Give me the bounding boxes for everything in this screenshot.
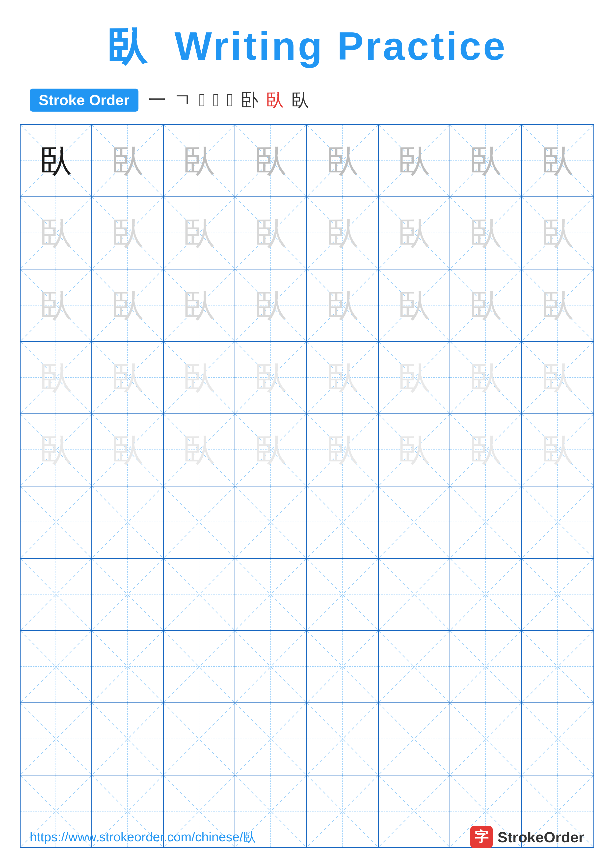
grid-cell[interactable]: 臥 [164,270,235,341]
grid-cell[interactable] [307,631,379,702]
grid-cell[interactable] [20,703,92,775]
grid-cell[interactable]: 臥 [307,414,379,486]
title-chinese-char: 臥 [107,24,148,68]
grid-cell[interactable] [450,559,522,630]
cell-character: 臥 [164,342,235,413]
grid-cell[interactable]: 臥 [235,125,307,197]
cell-character: 臥 [307,197,378,269]
grid-row[interactable]: 臥 臥 臥 臥 臥 臥 臥 臥 [20,270,594,342]
grid-cell[interactable]: 臥 [92,270,164,341]
logo-char: 字 [474,828,488,846]
grid-cell[interactable] [522,487,594,558]
grid-cell[interactable] [235,631,307,702]
grid-cell[interactable] [92,559,164,630]
grid-cell[interactable] [92,703,164,775]
grid-cell[interactable] [20,487,92,558]
grid-cell[interactable]: 臥 [307,270,379,341]
page-title: 臥 Writing Practice [107,24,507,68]
grid-cell[interactable] [307,703,379,775]
grid-cell[interactable]: 臥 [20,197,92,269]
grid-cell[interactable] [92,631,164,702]
grid-cell[interactable] [235,559,307,630]
grid-cell[interactable]: 臥 [522,197,594,269]
grid-cell[interactable]: 臥 [92,197,164,269]
grid-cell[interactable] [450,631,522,702]
footer-url: https://www.strokeorder.com/chinese/臥 [30,828,256,846]
grid-cell[interactable] [307,487,379,558]
grid-cell[interactable]: 臥 [522,125,594,197]
cell-character: 臥 [235,414,306,486]
grid-cell[interactable] [450,487,522,558]
logo-text: StrokeOrder [497,829,584,846]
cell-character: 臥 [522,270,594,341]
grid-cell[interactable]: 臥 [20,414,92,486]
grid-cell[interactable]: 臥 [92,342,164,413]
grid-cell[interactable] [522,703,594,775]
grid-cell[interactable]: 臥 [450,125,522,197]
grid-cell[interactable] [379,487,450,558]
grid-cell[interactable]: 臥 [307,125,379,197]
grid-cell[interactable] [235,703,307,775]
grid-cell[interactable]: 臥 [20,125,92,197]
grid-cell[interactable]: 臥 [235,414,307,486]
cell-character: 臥 [20,270,92,341]
grid-row[interactable]: 臥 臥 臥 臥 臥 臥 臥 臥 [20,125,594,197]
grid-cell[interactable]: 臥 [379,197,450,269]
grid-cell[interactable] [522,631,594,702]
grid-cell[interactable] [379,631,450,702]
grid-cell[interactable] [20,631,92,702]
grid-cell[interactable] [164,487,235,558]
grid-cell[interactable]: 臥 [450,270,522,341]
grid-cell[interactable]: 臥 [379,125,450,197]
grid-cell[interactable]: 臥 [379,342,450,413]
grid-cell[interactable]: 臥 [235,342,307,413]
grid-row[interactable]: 臥 臥 臥 臥 臥 臥 臥 臥 [20,197,594,270]
grid-cell[interactable]: 臥 [307,197,379,269]
cell-character: 臥 [307,414,378,486]
grid-cell[interactable]: 臥 [450,197,522,269]
grid-cell[interactable] [164,703,235,775]
grid-cell[interactable]: 臥 [522,414,594,486]
grid-cell[interactable]: 臥 [92,125,164,197]
grid-row[interactable] [20,631,594,703]
grid-cell[interactable]: 臥 [379,270,450,341]
grid-cell[interactable] [20,559,92,630]
cell-character: 臥 [20,342,92,413]
grid-cell[interactable] [92,487,164,558]
cell-character: 臥 [235,342,306,413]
grid-row[interactable] [20,487,594,559]
grid-row[interactable]: 臥 臥 臥 臥 臥 臥 臥 臥 [20,342,594,414]
grid-cell[interactable] [379,703,450,775]
grid-cell[interactable]: 臥 [164,342,235,413]
grid-cell[interactable] [307,559,379,630]
grid-row[interactable]: 臥 臥 臥 臥 臥 臥 臥 臥 [20,414,594,487]
grid-cell[interactable]: 臥 [235,270,307,341]
grid-cell[interactable] [235,487,307,558]
grid-cell[interactable] [522,559,594,630]
grid-cell[interactable]: 臥 [20,342,92,413]
grid-cell[interactable]: 臥 [450,342,522,413]
grid-cell[interactable]: 臥 [522,270,594,341]
cell-character: 臥 [92,197,163,269]
grid-cell[interactable]: 臥 [307,342,379,413]
grid-cell[interactable] [450,703,522,775]
grid-cell[interactable]: 臥 [235,197,307,269]
grid-row[interactable] [20,703,594,775]
grid-cell[interactable]: 臥 [164,125,235,197]
grid-cell[interactable]: 臥 [92,414,164,486]
practice-grid: 臥 臥 臥 臥 臥 臥 臥 臥 [20,124,594,848]
grid-cell[interactable]: 臥 [450,414,522,486]
grid-cell[interactable] [164,631,235,702]
stroke-step-8: 臥 [291,88,309,112]
grid-cell[interactable] [164,559,235,630]
grid-cell[interactable]: 臥 [379,414,450,486]
cell-character: 臥 [92,270,163,341]
grid-cell[interactable] [379,559,450,630]
cell-character: 臥 [235,270,306,341]
grid-cell[interactable]: 臥 [164,197,235,269]
cell-character: 臥 [379,342,449,413]
grid-cell[interactable]: 臥 [522,342,594,413]
grid-row[interactable] [20,559,594,631]
grid-cell[interactable]: 臥 [164,414,235,486]
grid-cell[interactable]: 臥 [20,270,92,341]
